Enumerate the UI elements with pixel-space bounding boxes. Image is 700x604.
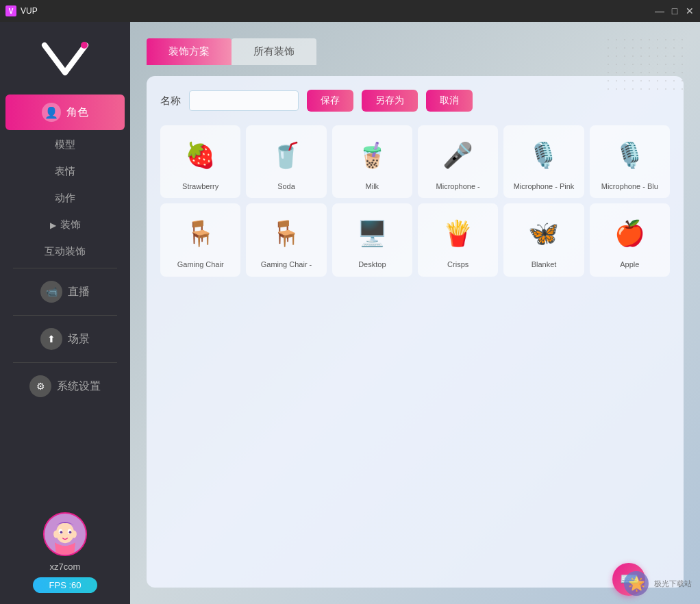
name-input[interactable] <box>189 90 299 111</box>
logo <box>38 38 92 79</box>
item-card-soda[interactable]: 🥤Soda <box>246 125 326 198</box>
saveas-button[interactable]: 另存为 <box>362 90 418 112</box>
download-site-label: 极光下载站 <box>654 579 692 589</box>
svg-point-7 <box>53 530 59 538</box>
item-label-microphone-blue: Microphone - Blu <box>601 181 658 191</box>
sidebar-item-jiaose[interactable]: 👤 角色 <box>5 95 125 130</box>
item-card-microphone-pink[interactable]: 🎙️Microphone - Pink <box>503 125 584 198</box>
avatar[interactable] <box>43 512 87 556</box>
items-grid: 🍓Strawberry🥤Soda🧋Milk🎤Microphone -🎙️Micr… <box>160 125 670 277</box>
tab-all-zhuangshi[interactable]: 所有装饰 <box>232 38 316 65</box>
sidebar-item-moxing[interactable]: 模型 <box>0 131 130 158</box>
sidebar-divider-3 <box>13 362 117 363</box>
item-card-crisps[interactable]: 🍟Crisps <box>418 203 498 276</box>
item-label-milk: Milk <box>366 181 379 191</box>
avatar-username: xz7com <box>50 562 81 572</box>
item-label-apple: Apple <box>620 260 639 269</box>
item-card-desktop[interactable]: 🖥️Desktop <box>332 203 412 276</box>
item-card-blanket[interactable]: 🦋Blanket <box>503 203 584 276</box>
item-icon-apple: 🍎 <box>608 212 651 255</box>
item-icon-gaming-chair-dark: 🪑 <box>264 212 308 255</box>
item-card-gaming-chair-dark[interactable]: 🪑Gaming Chair - <box>246 203 326 276</box>
name-label: 名称 <box>160 95 181 108</box>
item-card-microphone[interactable]: 🎤Microphone - <box>418 125 498 198</box>
save-button[interactable]: 保存 <box>307 90 353 112</box>
svg-point-8 <box>71 530 77 538</box>
changjing-icon: ⬆ <box>40 328 62 350</box>
svg-point-5 <box>60 531 63 533</box>
item-icon-crisps: 🍟 <box>436 212 480 255</box>
bottom-logos: 🌟 极光下载站 <box>624 571 692 596</box>
item-icon-milk: 🧋 <box>350 134 394 177</box>
minimize-button[interactable]: — <box>655 6 664 16</box>
app-container: 👤 角色 模型 表情 动作 ▶ 装饰 互动装饰 📹 直播 ⬆ <box>0 22 700 604</box>
fps-display: FPS :60 <box>33 577 98 593</box>
sidebar: 👤 角色 模型 表情 动作 ▶ 装饰 互动装饰 📹 直播 ⬆ <box>0 22 130 604</box>
item-card-milk[interactable]: 🧋Milk <box>332 125 412 198</box>
main-content: 装饰方案 所有装饰 名称 保存 另存为 取消 🍓Strawberry🥤Soda🧋… <box>130 22 700 604</box>
jiaose-icon: 👤 <box>42 103 61 122</box>
sidebar-divider-2 <box>13 315 117 316</box>
item-icon-gaming-chair: 🪑 <box>179 212 223 255</box>
app-icon: V <box>5 5 16 16</box>
titlebar: V VUP — □ ✕ <box>0 0 700 22</box>
item-icon-microphone-pink: 🎙️ <box>522 134 566 177</box>
maximize-button[interactable]: □ <box>670 6 679 16</box>
tab-zhuangshi-fangan[interactable]: 装饰方案 <box>147 38 232 65</box>
svg-point-2 <box>56 523 74 543</box>
sidebar-item-hudong[interactable]: 互动装饰 <box>0 238 130 265</box>
svg-point-6 <box>69 531 72 533</box>
item-card-strawberry[interactable]: 🍓Strawberry <box>160 125 240 198</box>
item-label-microphone-pink: Microphone - Pink <box>514 181 575 191</box>
window-controls: — □ ✕ <box>655 6 695 16</box>
item-icon-soda: 🥤 <box>264 134 308 177</box>
sidebar-item-xitong[interactable]: ⚙ 系统设置 <box>0 366 130 407</box>
item-card-apple[interactable]: 🍎Apple <box>590 203 670 276</box>
titlebar-left: V VUP <box>5 5 38 16</box>
item-label-gaming-chair: Gaming Chair <box>177 260 224 269</box>
cancel-button[interactable]: 取消 <box>426 90 473 112</box>
item-icon-strawberry: 🍓 <box>179 134 223 177</box>
item-label-strawberry: Strawberry <box>182 181 218 191</box>
item-icon-microphone-blue: 🎙️ <box>608 134 651 177</box>
item-label-gaming-chair-dark: Gaming Chair - <box>261 260 312 269</box>
logo-area <box>38 22 92 93</box>
item-label-soda: Soda <box>277 181 295 191</box>
sidebar-item-biaoqing[interactable]: 表情 <box>0 158 130 185</box>
item-label-blanket: Blanket <box>532 260 557 269</box>
item-icon-blanket: 🦋 <box>522 212 566 255</box>
app-title: VUP <box>21 6 38 16</box>
tabs-bar: 装饰方案 所有装饰 <box>147 38 684 65</box>
sidebar-item-changjing[interactable]: ⬆ 场景 <box>0 318 130 360</box>
close-button[interactable]: ✕ <box>685 6 695 16</box>
item-icon-desktop: 🖥️ <box>350 212 394 255</box>
name-row: 名称 保存 另存为 取消 <box>160 90 670 112</box>
item-label-desktop: Desktop <box>358 260 386 269</box>
item-label-crisps: Crisps <box>447 260 468 269</box>
item-icon-microphone: 🎤 <box>436 134 480 177</box>
xitong-label: 系统设置 <box>57 379 101 394</box>
item-label-microphone: Microphone - <box>436 181 480 191</box>
item-card-microphone-blue[interactable]: 🎙️Microphone - Blu <box>590 125 670 198</box>
zhibo-icon: 📹 <box>40 281 62 303</box>
xitong-icon: ⚙ <box>29 375 51 397</box>
sidebar-item-dongzuo[interactable]: 动作 <box>0 185 130 212</box>
panel: 名称 保存 另存为 取消 🍓Strawberry🥤Soda🧋Milk🎤Micro… <box>147 76 684 588</box>
sidebar-divider-1 <box>13 268 117 268</box>
svg-point-0 <box>81 42 88 49</box>
changjing-label: 场景 <box>68 332 90 347</box>
jiaose-label: 角色 <box>66 105 88 120</box>
aurora-logo: 🌟 <box>624 571 649 596</box>
sidebar-item-zhuangshi[interactable]: ▶ 装饰 <box>0 212 130 238</box>
avatar-area: xz7com FPS :60 <box>33 512 98 604</box>
zhibo-label: 直播 <box>68 285 90 299</box>
item-card-gaming-chair[interactable]: 🪑Gaming Chair <box>160 203 240 276</box>
sidebar-item-zhibo[interactable]: 📹 直播 <box>0 271 130 312</box>
